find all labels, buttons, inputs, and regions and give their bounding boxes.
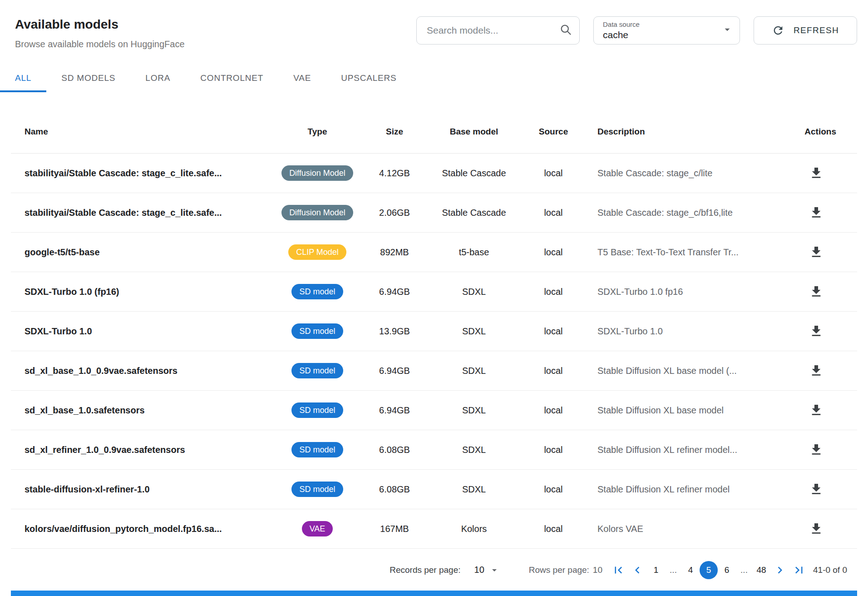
page-6-button[interactable]: 6 <box>718 561 736 579</box>
rows-per-page-value: 10 <box>593 565 602 575</box>
model-size: 6.94GB <box>360 366 429 376</box>
model-base-model: SDXL <box>429 366 519 376</box>
model-type-badge: CLIP Model <box>288 244 346 260</box>
download-model-button[interactable] <box>809 442 824 457</box>
download-icon <box>809 482 824 497</box>
model-description: T5 Base: Text-To-Text Transfer Tr... <box>587 247 794 258</box>
tab-sd-models[interactable]: SD MODELS <box>46 66 130 92</box>
tab-all[interactable]: ALL <box>0 66 46 92</box>
download-model-button[interactable] <box>809 482 824 497</box>
table-row: sd_xl_base_1.0_0.9vae.safetensors SD mod… <box>11 351 857 391</box>
models-table: Name Type Size Base model Source Descrip… <box>11 110 857 549</box>
model-description: SDXL-Turbo 1.0 fp16 <box>587 287 794 297</box>
tab-lora[interactable]: LORA <box>130 66 185 92</box>
table-header-row: Name Type Size Base model Source Descrip… <box>11 110 857 154</box>
records-per-page-select[interactable]: 10 <box>474 565 500 576</box>
page-ellipsis: ... <box>736 565 752 575</box>
table-row: SDXL-Turbo 1.0 SD model 13.9GB SDXL loca… <box>11 312 857 351</box>
column-header-source: Source <box>519 127 587 137</box>
download-icon <box>809 166 824 180</box>
table-body: stabilityai/Stable Cascade: stage_c_lite… <box>11 154 857 549</box>
model-description: SDXL-Turbo 1.0 <box>587 326 794 337</box>
refresh-icon <box>772 24 784 37</box>
download-model-button[interactable] <box>809 403 824 417</box>
model-source: local <box>519 445 587 455</box>
model-source: local <box>519 405 587 416</box>
page-48-button[interactable]: 48 <box>752 561 770 579</box>
first-page-button[interactable] <box>609 561 628 580</box>
tabs: ALLSD MODELSLORACONTROLNETVAEUPSCALERS <box>0 66 868 92</box>
download-model-button[interactable] <box>809 205 824 220</box>
tab-controlnet[interactable]: CONTROLNET <box>185 66 278 92</box>
download-model-button[interactable] <box>809 284 824 299</box>
pagination-range-label: 41-0 of 0 <box>813 565 847 575</box>
previous-page-button[interactable] <box>628 561 647 580</box>
last-page-icon <box>792 563 806 577</box>
model-type-badge: SD model <box>291 363 343 379</box>
records-per-page-value: 10 <box>474 565 484 575</box>
download-model-button[interactable] <box>809 522 824 536</box>
chevron-down-icon <box>721 24 733 37</box>
model-source: local <box>519 484 587 495</box>
model-base-model: t5-base <box>429 247 519 258</box>
data-source-select[interactable]: Data source cache <box>593 16 740 45</box>
model-type-badge: SD model <box>291 402 343 418</box>
page-5-button[interactable]: 5 <box>700 561 718 579</box>
download-icon <box>809 403 824 417</box>
header-text: Available models Browse available models… <box>15 14 185 50</box>
search-icon[interactable] <box>559 23 572 38</box>
tab-vae[interactable]: VAE <box>278 66 326 92</box>
model-source: local <box>519 366 587 376</box>
model-description: Stable Diffusion XL refiner model... <box>587 445 794 455</box>
data-source-label: Data source <box>603 20 718 28</box>
table-row: stabilityai/Stable Cascade: stage_c_lite… <box>11 154 857 193</box>
download-model-button[interactable] <box>809 324 824 338</box>
model-description: Stable Cascade: stage_c/lite <box>587 168 794 179</box>
page-1-button[interactable]: 1 <box>647 561 665 579</box>
table-row: google-t5/t5-base CLIP Model 892MB t5-ba… <box>11 233 857 272</box>
model-type-badge: VAE <box>302 521 333 537</box>
model-name: SDXL-Turbo 1.0 (fp16) <box>11 287 274 297</box>
download-model-button[interactable] <box>809 245 824 259</box>
last-page-button[interactable] <box>789 561 809 580</box>
page-4-button[interactable]: 4 <box>681 561 700 579</box>
chevron-right-icon <box>773 563 787 577</box>
download-icon <box>809 205 824 220</box>
first-page-icon <box>612 563 625 577</box>
model-type-badge: Diffusion Model <box>281 205 353 221</box>
tab-upscalers[interactable]: UPSCALERS <box>326 66 411 92</box>
model-base-model: Stable Cascade <box>429 168 519 179</box>
available-models-panel: Available models Browse available models… <box>0 0 868 596</box>
rows-per-page: Rows per page: 10 <box>529 565 602 575</box>
next-page-button[interactable] <box>770 561 789 580</box>
column-header-size: Size <box>360 127 429 137</box>
download-model-button[interactable] <box>809 166 824 180</box>
page-subtitle: Browse available models on HuggingFace <box>15 39 185 50</box>
model-base-model: Stable Cascade <box>429 208 519 218</box>
download-icon <box>809 284 824 299</box>
model-name: google-t5/t5-base <box>11 247 274 258</box>
rows-per-page-label: Rows per page: <box>529 565 589 575</box>
model-type-badge: SD model <box>291 284 343 300</box>
download-icon <box>809 522 824 536</box>
model-size: 892MB <box>360 247 429 258</box>
search-box[interactable] <box>416 16 580 45</box>
model-source: local <box>519 287 587 297</box>
download-model-button[interactable] <box>809 363 824 378</box>
download-icon <box>809 245 824 259</box>
download-icon <box>809 324 824 338</box>
model-base-model: SDXL <box>429 405 519 416</box>
model-source: local <box>519 524 587 534</box>
table-row: sd_xl_base_1.0.safetensors SD model 6.94… <box>11 391 857 430</box>
model-description: Kolors VAE <box>587 524 794 534</box>
model-size: 13.9GB <box>360 326 429 337</box>
refresh-button[interactable]: REFRESH <box>754 16 857 45</box>
header-controls: Data source cache REFRESH <box>416 16 857 45</box>
bottom-accent-bar <box>11 591 857 596</box>
download-icon <box>809 363 824 378</box>
search-input[interactable] <box>426 25 559 36</box>
refresh-button-label: REFRESH <box>794 25 839 35</box>
records-per-page-label: Records per page: <box>390 565 460 575</box>
model-description: Stable Diffusion XL base model (... <box>587 366 794 376</box>
model-base-model: SDXL <box>429 445 519 455</box>
